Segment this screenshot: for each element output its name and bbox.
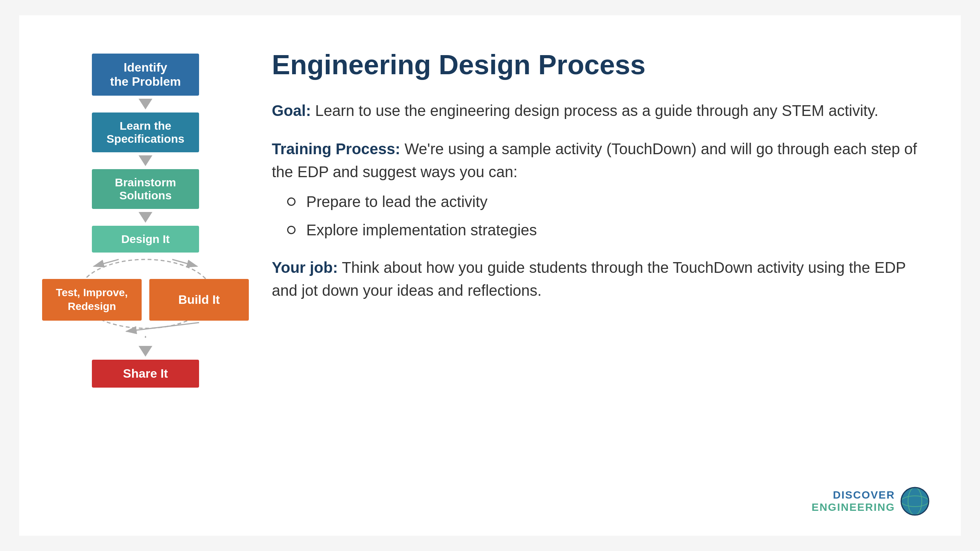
training-section: Training Process: We're using a sample a… <box>272 137 923 241</box>
loop-section: Test, Improve, Redesign Build It <box>50 256 241 340</box>
step-design-label: Design It <box>121 233 170 246</box>
step-learn-label: Learn the Specifications <box>106 119 184 145</box>
logo-globe-icon <box>900 486 930 517</box>
bullet-text-2: Explore implementation strategies <box>306 219 537 241</box>
step-brainstorm-label: Brainstorm Solutions <box>115 176 176 202</box>
page-title: Engineering Design Process <box>272 50 923 80</box>
flowchart: Identify the Problem Learn the Specifica… <box>50 46 241 388</box>
slide: Identify the Problem Learn the Specifica… <box>19 15 961 536</box>
step-build-label: Build It <box>178 293 220 307</box>
step-share: Share It <box>92 360 199 388</box>
bullet-circle-1 <box>287 197 296 206</box>
yourjob-paragraph: Your job: Think about how you guide stud… <box>272 256 923 302</box>
goal-text: Learn to use the engineering design proc… <box>311 102 878 119</box>
yourjob-section: Your job: Think about how you guide stud… <box>272 256 923 302</box>
bullet-circle-2 <box>287 226 296 234</box>
goal-section: Goal: Learn to use the engineering desig… <box>272 99 923 122</box>
bullet-item-1: Prepare to lead the activity <box>287 191 923 212</box>
content-area: Engineering Design Process Goal: Learn t… <box>241 46 923 317</box>
arrow-3 <box>139 212 152 223</box>
bullet-list: Prepare to lead the activity Explore imp… <box>272 191 923 241</box>
step-test-label: Test, Improve, Redesign <box>56 286 128 314</box>
loop-boxes: Test, Improve, Redesign Build It <box>42 279 249 321</box>
arrow-1 <box>139 99 152 109</box>
arrow-2 <box>139 155 152 166</box>
bullet-item-2: Explore implementation strategies <box>287 219 923 241</box>
arrow-loop-bottom <box>139 346 152 357</box>
step-brainstorm: Brainstorm Solutions <box>92 169 199 209</box>
step-learn: Learn the Specifications <box>92 112 199 152</box>
step-identify-label: Identify the Problem <box>110 60 181 89</box>
logo-discover: DISCOVER <box>812 489 895 501</box>
svg-line-2 <box>94 259 119 266</box>
step-test: Test, Improve, Redesign <box>42 279 142 321</box>
svg-line-4 <box>126 323 199 331</box>
goal-paragraph: Goal: Learn to use the engineering desig… <box>272 99 923 122</box>
step-share-label: Share It <box>123 367 168 381</box>
training-paragraph: Training Process: We're using a sample a… <box>272 137 923 183</box>
goal-label: Goal: <box>272 102 311 119</box>
yourjob-text: Think about how you guide students throu… <box>272 259 906 299</box>
bullet-text-1: Prepare to lead the activity <box>306 191 488 212</box>
step-identify: Identify the Problem <box>92 54 199 96</box>
step-build: Build It <box>149 279 249 321</box>
logo-area: DISCOVER ENGINEERING <box>812 486 930 517</box>
step-design: Design It <box>92 226 199 253</box>
yourjob-label: Your job: <box>272 259 338 276</box>
training-label: Training Process: <box>272 140 400 157</box>
logo-engineering: ENGINEERING <box>812 501 895 514</box>
logo-text-block: DISCOVER ENGINEERING <box>812 489 895 514</box>
